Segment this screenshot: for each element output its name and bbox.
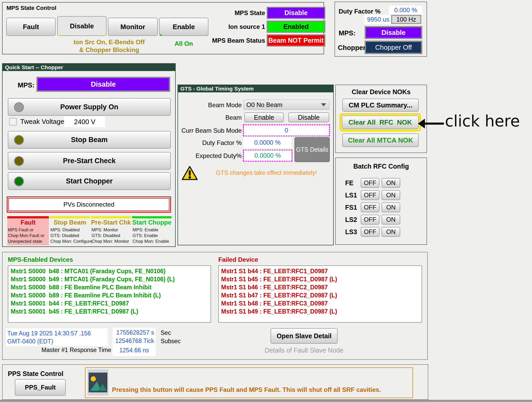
power-supply-led-icon <box>14 102 24 112</box>
fs1-off-button[interactable]: OFF <box>361 202 379 212</box>
pre-start-check-button[interactable]: Pre-Start Check <box>8 152 171 170</box>
batch-row-label-fe: FE <box>345 178 361 188</box>
tweak-voltage-checkbox[interactable] <box>9 118 17 125</box>
mps-control-screen: MPS State Control Fault Disable Monitor … <box>0 0 532 402</box>
ls2-off-button[interactable]: OFF <box>361 215 379 225</box>
fault-button[interactable]: Fault <box>6 18 56 36</box>
legend-pre-start-column: Pre-Start Chk MPS: Monitor GTS: Disabled… <box>91 216 131 245</box>
epoch-box: 1755628257 s 12546768 Tick 1254.66 ns <box>113 328 156 356</box>
stop-beam-led-icon <box>14 135 24 145</box>
legend-item: MPS: Monitor <box>91 227 129 233</box>
list-item: Mstr1 S0001 b44 : FE_LEBT:RFC1_D0987 <box>11 299 208 308</box>
monitor-button[interactable]: Monitor <box>108 18 158 36</box>
pps-fault-button[interactable]: PPS_Fault <box>15 379 66 396</box>
legend-item: Unexpected state <box>8 239 44 244</box>
legend-item: GTS: Disabled <box>91 233 129 239</box>
button-label: Start Chopper <box>66 177 113 185</box>
list-item: Mstr1 S1 b46 : FE_LEBT:RFC2_D0987 <box>221 283 419 291</box>
ls1-on-button[interactable]: ON <box>382 190 400 200</box>
ls1-off-button[interactable]: OFF <box>361 190 379 200</box>
ls3-off-button[interactable]: OFF <box>361 227 379 237</box>
gts-details-button[interactable]: GTS Details <box>294 137 330 162</box>
open-slave-caption: Details of Fault Slave Node <box>263 347 345 354</box>
clear-all-rfc-nok-button[interactable]: Clear All RFC NOK <box>342 116 419 129</box>
legend-header: Pre-Start Chk <box>91 219 131 226</box>
legend-item: MPS Fault or <box>8 227 44 233</box>
mps-beam-status-value: Beam NOT Permit <box>267 34 325 47</box>
start-chopper-button[interactable]: Start Chopper <box>8 172 171 190</box>
seconds-value: 1755628257 s <box>114 328 154 337</box>
pps-state-control-panel: PPS State Control PPS_Fault Pressing thi… <box>2 364 428 400</box>
legend-header: Stop Beam <box>50 219 90 226</box>
beam-mode-dropdown[interactable]: O0 No Beam <box>244 100 330 110</box>
panel-title: Batch RFC Config <box>336 163 426 170</box>
fe-off-button[interactable]: OFF <box>361 178 379 188</box>
legend-item: GTS: Disabled <box>50 233 93 239</box>
beam-mode-label: Beam Mode <box>178 100 242 110</box>
frequency-button[interactable]: 100 Hz <box>391 15 421 24</box>
expected-duty-label: Expected Duty% <box>178 150 242 162</box>
panel-title: PPS State Control <box>8 370 63 378</box>
mps-label: MPS: <box>339 29 356 37</box>
legend-fault-column: Fault MPS Fault or Chop Mon Fault or Une… <box>7 216 49 245</box>
list-item: Mstr1 S1 b45 : FE_LEBT:RFC1_D0987 (L) <box>221 275 419 283</box>
sec-label: Sec <box>161 329 171 336</box>
ls3-on-button[interactable]: ON <box>382 227 400 237</box>
batch-row-label-ls3: LS3 <box>345 227 361 237</box>
annotation-arrow-shaft <box>424 123 444 125</box>
legend-item: Chop Mon: Configure <box>50 239 93 244</box>
fs1-on-button[interactable]: ON <box>382 202 400 212</box>
fe-on-button[interactable]: ON <box>382 178 400 188</box>
list-item: Mstr1 S1 b44 : FE_LEBT:RFC1_D0987 <box>221 267 419 275</box>
beam-enable-button[interactable]: Enable <box>244 112 284 122</box>
fault-color-bar <box>7 216 49 218</box>
ls2-on-button[interactable]: ON <box>382 215 400 225</box>
batch-row-label-ls1: LS1 <box>345 190 361 200</box>
open-slave-detail-button[interactable]: Open Slave Detail <box>271 328 338 344</box>
curr-beam-sub-mode-field[interactable]: 0 <box>243 124 330 136</box>
timestamp-line1: Tue Aug 19 2025 14:30:57 .156 <box>7 329 106 337</box>
pps-warning-line: Pressing this button will cause PPS Faul… <box>112 386 411 394</box>
warning-icon <box>182 166 198 180</box>
legend-item: MPS: Disabled <box>50 227 93 233</box>
tweak-voltage-label: Tweak Voltage <box>20 117 64 126</box>
panel-title: Clear Device NOKs <box>336 88 426 96</box>
mps-state-label: MPS State <box>195 7 265 19</box>
mps-label: MPS: <box>18 80 35 90</box>
mps-enabled-devices-list[interactable]: Mstr1 S0000 b48 : MTCA01 (Faraday Cups, … <box>8 265 211 323</box>
gts-warning-text: GTS changes take effect immediately! <box>201 169 331 176</box>
annotation-arrowhead-icon <box>418 119 425 129</box>
response-time-value: 1254.66 ns <box>114 345 154 355</box>
failed-device-title: Failed Device <box>218 256 258 263</box>
power-supply-on-button[interactable]: Power Supply On <box>8 98 171 116</box>
batch-rfc-config-panel: Batch RFC Config FE OFF ON LS1 OFF ON FS… <box>335 157 427 245</box>
start-chopper-color-bar <box>132 216 172 218</box>
pre-start-led-icon <box>14 156 24 166</box>
disable-button[interactable]: Disable <box>57 16 107 36</box>
list-item: Mstr1 S0000 b89 : FE Beamline PLC Beam I… <box>11 291 208 299</box>
period-value[interactable]: 9950 us <box>364 15 390 24</box>
list-item: Mstr1 S0000 b88 : FE Beamline PLC Beam I… <box>11 283 208 291</box>
button-label: Pre-Start Check <box>63 157 116 165</box>
tweak-voltage-field[interactable]: 2400 V <box>64 116 105 127</box>
duty-factor-value: 0.000 % <box>389 6 422 15</box>
pre-start-color-bar <box>91 216 131 218</box>
mps-state-value: Disable <box>267 7 325 19</box>
subsec-label: Subsec <box>161 338 181 345</box>
image-placeholder-icon <box>88 369 108 395</box>
mps-summary-value: Disable <box>365 26 422 39</box>
legend-header: Start Choppe <box>132 219 172 226</box>
panel-title: MPS State Control <box>6 5 56 11</box>
legend-stop-beam-column: Stop Beam MPS: Disabled GTS: Disabled Ch… <box>50 216 90 245</box>
stop-beam-button[interactable]: Stop Beam <box>8 131 171 149</box>
clear-rfc-highlight: Clear All RFC NOK <box>339 113 421 131</box>
failed-device-list[interactable]: Mstr1 S1 b44 : FE_LEBT:RFC1_D0987 Mstr1 … <box>218 265 422 323</box>
timestamp-box: Tue Aug 19 2025 14:30:57 .156 GMT-0400 (… <box>6 328 108 346</box>
list-item: Mstr1 S1 b49 : FE_LEBT:RFC3_D0987 (L) <box>221 308 419 316</box>
mps-state-control-panel: MPS State Control Fault Disable Monitor … <box>2 2 324 54</box>
devices-panel: MPS-Enabled Devices Mstr1 S0000 b48 : MT… <box>2 252 428 360</box>
cm-plc-summary-button[interactable]: CM PLC Summary... <box>342 99 419 112</box>
beam-disable-button[interactable]: Disable <box>288 112 329 122</box>
duty-factor-panel: Duty Factor % 0.000 % 9950 us 100 Hz MPS… <box>334 2 427 57</box>
clear-all-mtca-nok-button[interactable]: Clear All MTCA NOK <box>342 133 419 147</box>
